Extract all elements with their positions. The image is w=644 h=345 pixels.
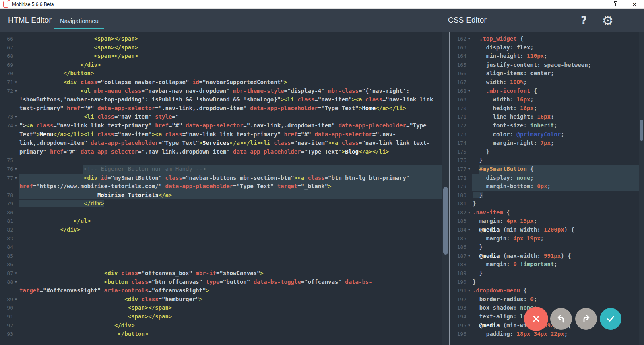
code-text[interactable]: margin: 4px 15px;	[472, 217, 644, 226]
fold-arrow-icon[interactable]: ▼	[13, 113, 19, 121]
code-line-75[interactable]: 75	[0, 156, 442, 165]
code-line-176[interactable]: 176 }	[450, 156, 644, 165]
code-text[interactable]	[19, 234, 442, 243]
code-text[interactable]: </div>	[19, 226, 442, 234]
fold-arrow-icon[interactable]: ▼	[466, 208, 472, 217]
code-text[interactable]: display: flex;	[472, 43, 644, 52]
code-line-178[interactable]: 178 display: none;	[450, 174, 644, 183]
code-line-166[interactable]: 166 align-items: center;	[450, 69, 644, 78]
code-line-168[interactable]: 168▼ .mbr-iconfont {	[450, 87, 644, 96]
code-text[interactable]: <span></span>	[19, 52, 442, 61]
code-text[interactable]: }	[472, 148, 644, 156]
code-line-92[interactable]: 92 </div>	[0, 321, 442, 330]
code-line-82[interactable]: 82 </div>	[0, 226, 442, 234]
code-text[interactable]	[19, 243, 442, 252]
code-text[interactable]: }	[472, 191, 644, 200]
code-line-183[interactable]: 183 margin: 4px 15px;	[450, 217, 644, 226]
scrollbar-thumb[interactable]	[443, 187, 448, 255]
code-line-186[interactable]: 186 }	[450, 243, 644, 252]
code-line-173[interactable]: 173 color: @primaryColor;	[450, 130, 644, 139]
code-text[interactable]: <div class="offcanvas_box" mbr-if="showC…	[19, 269, 442, 278]
cancel-button[interactable]	[524, 307, 548, 331]
code-line-93[interactable]: 93 </button>	[0, 330, 442, 339]
code-text[interactable]: </div>	[19, 61, 442, 70]
code-line-171[interactable]: 171 line-height: 16px;	[450, 113, 644, 121]
code-text[interactable]: <li class="nav-item" style="	[19, 113, 442, 121]
fold-arrow-icon[interactable]: ▼	[13, 87, 19, 113]
help-icon[interactable]: ?	[581, 9, 587, 32]
code-text[interactable]	[19, 260, 442, 269]
code-line-196[interactable]: 196 padding: 18px 34px 22px;	[450, 330, 644, 339]
code-line-80[interactable]: 80	[0, 208, 442, 217]
code-text[interactable]	[19, 252, 442, 261]
code-line-179[interactable]: 179 margin-bottom: 0px;	[450, 182, 644, 191]
code-line-66[interactable]: 66 <span></span>	[0, 35, 442, 43]
code-text[interactable]: <span></span>	[19, 304, 442, 312]
code-text[interactable]: </ul>	[19, 217, 442, 226]
fold-arrow-icon[interactable]: ▼	[13, 121, 19, 156]
code-text[interactable]: </button>	[19, 69, 442, 78]
code-line-85[interactable]: 85	[0, 252, 442, 261]
code-line-162[interactable]: 162▼ .top_widget {	[450, 35, 644, 43]
code-text[interactable]: <div class="hamburger">	[19, 295, 442, 304]
code-line-73[interactable]: 73▼ <li class="nav-item" style="	[0, 113, 442, 121]
code-line-79[interactable]: 79 </div>	[0, 199, 442, 208]
code-line-71[interactable]: 71▼ <div class="collapse navbar-collapse…	[0, 78, 442, 87]
code-line-177[interactable]: 177▼ #mySmartButton {	[450, 165, 644, 174]
fold-arrow-icon[interactable]: ▼	[466, 87, 472, 96]
fold-arrow-icon[interactable]: ▼	[13, 269, 19, 278]
code-line-89[interactable]: 89▼ <div class="hamburger">	[0, 295, 442, 304]
code-line-180[interactable]: 180 }	[450, 191, 644, 200]
code-line-164[interactable]: 164 min-height: 110px;	[450, 52, 644, 61]
code-line-91[interactable]: 91 <span></span>	[0, 312, 442, 321]
code-text[interactable]: padding: 18px 34px 22px;	[472, 330, 644, 339]
code-text[interactable]: height: 16px;	[472, 104, 644, 113]
code-line-78[interactable]: 78 Mobirise Tutorials</a>	[0, 191, 442, 200]
code-line-167[interactable]: 167 width: 100%;	[450, 78, 644, 87]
code-text[interactable]: width: 16px;	[472, 95, 644, 104]
code-text[interactable]: border-radius: 0;	[472, 295, 644, 304]
code-line-77[interactable]: 77▼ <div id="mySmartButton" class="navba…	[0, 174, 442, 191]
code-text[interactable]: }	[472, 269, 644, 278]
code-line-184[interactable]: 184▼ @media (min-width: 1200px) {	[450, 226, 644, 234]
code-text[interactable]: <ul mbr-menu class="navbar-nav nav-dropd…	[19, 87, 442, 113]
code-line-163[interactable]: 163 display: flex;	[450, 43, 644, 52]
html-code-editor[interactable]: 66 <span></span>67 <span></span>68 <span…	[0, 32, 442, 345]
fold-arrow-icon[interactable]: ▼	[13, 295, 19, 304]
code-line-191[interactable]: 191▼.dropdown-menu {	[450, 286, 644, 295]
code-text[interactable]: #mySmartButton {	[472, 165, 644, 174]
code-text[interactable]: .nav-item {	[472, 208, 644, 217]
code-line-67[interactable]: 67 <span></span>	[0, 43, 442, 52]
code-text[interactable]: <!-- Eigener Button nur am Handy -->	[19, 165, 442, 174]
code-line-68[interactable]: 68 <span></span>	[0, 52, 442, 61]
fold-arrow-icon[interactable]: ▼	[13, 174, 19, 191]
redo-button[interactable]	[575, 308, 597, 330]
code-line-187[interactable]: 187▼ @media (max-width: 991px) {	[450, 252, 644, 261]
code-text[interactable]: color: @primaryColor;	[472, 130, 644, 139]
code-line-185[interactable]: 185 margin: 4px 19px;	[450, 234, 644, 243]
code-text[interactable]: font-size: inherit;	[472, 121, 644, 130]
code-line-74[interactable]: 74▼"><a class="nav-link link text-primar…	[0, 121, 442, 156]
code-line-83[interactable]: 83	[0, 234, 442, 243]
fold-arrow-icon[interactable]: ▼	[466, 35, 472, 43]
code-text[interactable]: <div id="mySmartButton" class="navbar-bu…	[19, 174, 442, 191]
settings-gear-icon[interactable]: ⚙	[602, 9, 613, 32]
code-line-169[interactable]: 169 width: 16px;	[450, 95, 644, 104]
code-line-172[interactable]: 172 font-size: inherit;	[450, 121, 644, 130]
code-text[interactable]: }	[472, 199, 644, 208]
code-text[interactable]: @media (max-width: 991px) {	[472, 252, 644, 261]
code-line-181[interactable]: 181}	[450, 199, 644, 208]
code-text[interactable]: <span></span>	[19, 35, 442, 43]
confirm-button[interactable]	[600, 308, 621, 330]
code-line-190[interactable]: 190}	[450, 278, 644, 287]
code-text[interactable]: </div>	[19, 321, 442, 330]
code-text[interactable]: <span></span>	[19, 312, 442, 321]
code-text[interactable]: }	[472, 278, 644, 287]
fold-arrow-icon[interactable]: ▼	[466, 165, 472, 174]
restore-button[interactable]	[605, 0, 625, 8]
code-line-87[interactable]: 87▼ <div class="offcanvas_box" mbr-if="s…	[0, 269, 442, 278]
css-code-editor[interactable]: 162▼ .top_widget {163 display: flex;164 …	[449, 32, 644, 345]
code-line-76[interactable]: 76▼ <!-- Eigener Button nur am Handy -->	[0, 165, 442, 174]
fold-arrow-icon[interactable]: ▼	[13, 278, 19, 295]
code-text[interactable]: "><a class="nav-link link text-primary" …	[19, 121, 442, 156]
